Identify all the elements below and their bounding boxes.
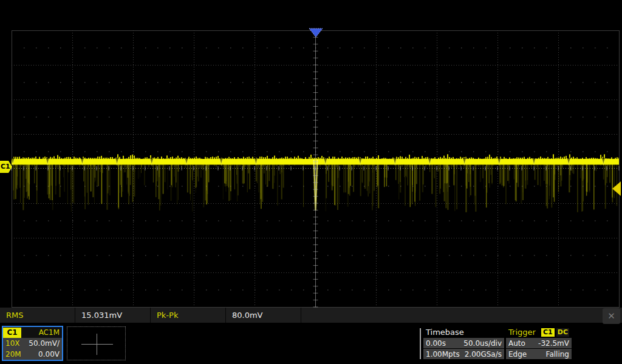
measurement-rms-value-cell[interactable]: 15.031mV bbox=[75, 308, 151, 323]
trigger-level: -32.5mV bbox=[538, 339, 569, 348]
plus-icon bbox=[81, 344, 113, 345]
channel-descriptor-box[interactable]: C1 AC1M 10X 50.0mV/ 20M 0.00V bbox=[2, 326, 63, 361]
trigger-level-marker[interactable] bbox=[611, 181, 621, 197]
trigger-type: Edge bbox=[508, 350, 527, 359]
measurement-rms-value: 15.031mV bbox=[81, 311, 122, 320]
channel-box-row-3: 20M 0.00V bbox=[3, 349, 62, 360]
measurement-rms-label-cell[interactable]: RMS bbox=[0, 308, 75, 323]
channel-probe: 10X bbox=[5, 339, 20, 348]
timebase-scale: 50.0us/div bbox=[463, 339, 502, 348]
timebase-title: Timebase bbox=[423, 327, 504, 337]
close-measurements-button[interactable]: ✕ bbox=[603, 308, 620, 324]
timebase-delay: 0.00s bbox=[426, 339, 446, 348]
channel-coupling: AC1M bbox=[21, 328, 62, 337]
trigger-row-1: Auto -32.5mV bbox=[506, 338, 572, 348]
trigger-title: Trigger bbox=[508, 328, 541, 337]
trigger-mode: Auto bbox=[508, 339, 525, 348]
timebase-sample-rate: 2.00GSa/s bbox=[465, 350, 502, 359]
trigger-row-2: Edge Falling bbox=[506, 349, 572, 359]
oscilloscope-screen: C1 RMS 15.031mV Pk-Pk 80.0mV ✕ C1 AC1M 1… bbox=[0, 0, 622, 364]
trigger-position-marker[interactable] bbox=[308, 28, 324, 38]
channel-box-row-1: C1 AC1M bbox=[3, 327, 62, 338]
timebase-memory-depth: 1.00Mpts bbox=[426, 350, 460, 359]
trigger-header: Trigger C1 DC bbox=[506, 327, 572, 337]
channel-vertical-scale: 50.0mV/ bbox=[29, 339, 60, 348]
plus-icon bbox=[97, 334, 97, 355]
timebase-row-1: 0.00s 50.0us/div bbox=[423, 338, 504, 348]
bottom-bar-divider bbox=[420, 328, 421, 359]
channel-bandwidth: 20M bbox=[5, 350, 21, 359]
timebase-panel[interactable]: Timebase 0.00s 50.0us/div 1.00Mpts 2.00G… bbox=[423, 327, 504, 359]
trigger-panel[interactable]: Trigger C1 DC Auto -32.5mV Edge Falling bbox=[506, 327, 572, 359]
channel-badge: C1 bbox=[3, 328, 21, 338]
close-icon: ✕ bbox=[607, 311, 615, 322]
trigger-coupling-badge: DC bbox=[556, 328, 569, 337]
measurement-pkpk-value-cell[interactable]: 80.0mV bbox=[226, 308, 301, 323]
channel-box-row-2: 10X 50.0mV/ bbox=[3, 338, 62, 349]
add-channel-placeholder[interactable] bbox=[67, 326, 126, 360]
trigger-source-badge: C1 bbox=[541, 328, 555, 337]
measurement-pkpk-label: Pk-Pk bbox=[157, 311, 178, 320]
channel-offset: 0.00V bbox=[38, 350, 60, 359]
timebase-row-2: 1.00Mpts 2.00GSa/s bbox=[423, 349, 504, 359]
measurement-rms-label: RMS bbox=[6, 311, 24, 320]
measurement-bar: RMS 15.031mV Pk-Pk 80.0mV bbox=[0, 308, 622, 323]
measurement-pkpk-value: 80.0mV bbox=[232, 311, 263, 320]
measurement-pkpk-label-cell[interactable]: Pk-Pk bbox=[151, 308, 226, 323]
trigger-slope: Falling bbox=[546, 350, 569, 359]
